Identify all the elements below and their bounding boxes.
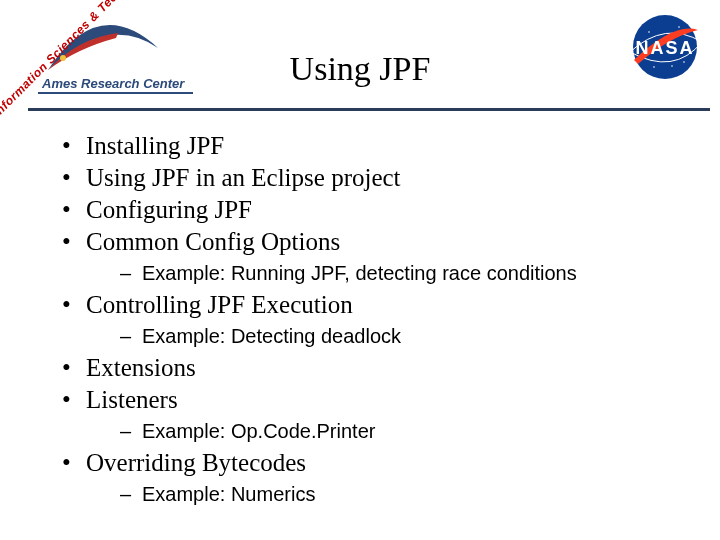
- bullet-text: Installing JPF: [86, 132, 224, 159]
- svg-point-4: [678, 26, 680, 28]
- slide-header: Ames Research Center Information Science…: [0, 0, 720, 110]
- svg-point-6: [653, 66, 655, 68]
- bullet-text: Controlling JPF Execution: [86, 291, 353, 318]
- sub-item: Example: Running JPF, detecting race con…: [86, 260, 696, 287]
- bullet-text: Configuring JPF: [86, 196, 252, 223]
- sub-item: Example: Op.Code.Printer: [86, 418, 696, 445]
- slide-title: Using JPF: [0, 50, 720, 88]
- sub-list: Example: Detecting deadlock: [86, 323, 696, 350]
- list-item: Listeners Example: Op.Code.Printer: [56, 384, 696, 445]
- header-divider: [28, 108, 710, 111]
- bullet-text: Overriding Bytecodes: [86, 449, 306, 476]
- svg-point-5: [683, 61, 685, 63]
- nasa-text: NASA: [635, 38, 694, 58]
- sub-list: Example: Numerics: [86, 481, 696, 508]
- list-item: Extensions: [56, 352, 696, 384]
- svg-rect-1: [38, 92, 193, 94]
- sub-text: Example: Op.Code.Printer: [142, 420, 375, 442]
- list-item: Overriding Bytecodes Example: Numerics: [56, 447, 696, 508]
- bullet-text: Common Config Options: [86, 228, 340, 255]
- nasa-logo-icon: NASA: [624, 12, 706, 82]
- svg-point-7: [671, 65, 673, 67]
- list-item: Using JPF in an Eclipse project: [56, 162, 696, 194]
- svg-point-3: [648, 31, 650, 33]
- sub-text: Example: Numerics: [142, 483, 315, 505]
- list-item: Common Config Options Example: Running J…: [56, 226, 696, 287]
- list-item: Controlling JPF Execution Example: Detec…: [56, 289, 696, 350]
- sub-item: Example: Numerics: [86, 481, 696, 508]
- sub-list: Example: Op.Code.Printer: [86, 418, 696, 445]
- sub-text: Example: Detecting deadlock: [142, 325, 401, 347]
- bullet-text: Listeners: [86, 386, 178, 413]
- sub-item: Example: Detecting deadlock: [86, 323, 696, 350]
- list-item: Configuring JPF: [56, 194, 696, 226]
- sub-list: Example: Running JPF, detecting race con…: [86, 260, 696, 287]
- slide-body: Installing JPF Using JPF in an Eclipse p…: [56, 130, 696, 510]
- list-item: Installing JPF: [56, 130, 696, 162]
- bullet-text: Extensions: [86, 354, 196, 381]
- bullet-text: Using JPF in an Eclipse project: [86, 164, 401, 191]
- bullet-list: Installing JPF Using JPF in an Eclipse p…: [56, 130, 696, 508]
- sub-text: Example: Running JPF, detecting race con…: [142, 262, 577, 284]
